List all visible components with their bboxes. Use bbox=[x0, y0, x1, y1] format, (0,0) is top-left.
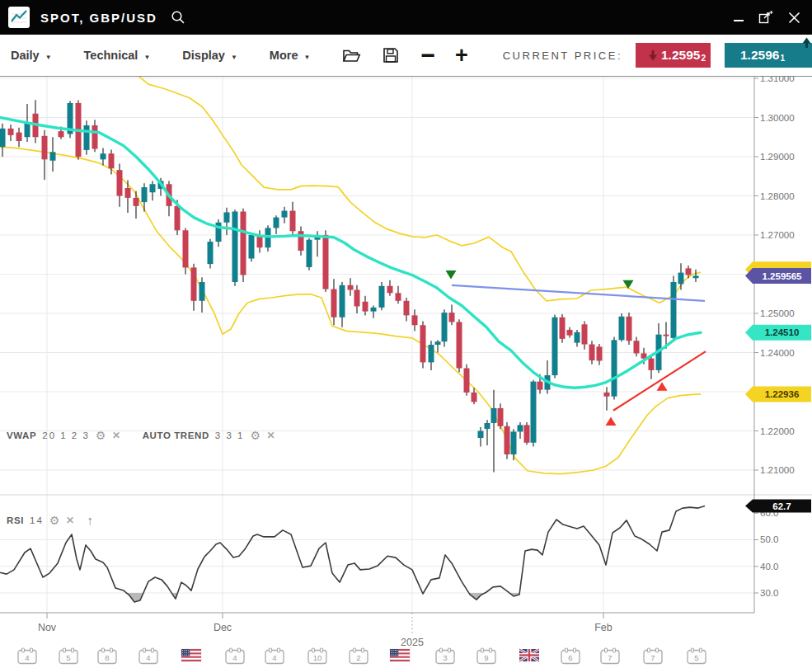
bid-pip-digit: 2 bbox=[701, 54, 706, 63]
svg-text:Dec: Dec bbox=[214, 622, 232, 633]
us-flag-icon[interactable] bbox=[181, 649, 201, 661]
calendar-event-icon[interactable]: 8 bbox=[98, 648, 116, 664]
svg-text:30.0: 30.0 bbox=[760, 588, 778, 598]
calendar-event-icon[interactable]: 10 bbox=[308, 648, 326, 664]
save-chart-icon[interactable] bbox=[383, 47, 399, 64]
close-icon[interactable] bbox=[788, 12, 800, 24]
svg-text:5: 5 bbox=[66, 653, 70, 662]
chart-canvas[interactable]: 1.310001.300001.290001.280001.270001.260… bbox=[0, 76, 812, 668]
toolbar: Daily ▼ Technical ▼ Display ▼ More ▼ − +… bbox=[0, 35, 812, 76]
arrow-down-icon bbox=[649, 50, 657, 61]
calendar-event-icon[interactable]: 5 bbox=[59, 648, 77, 664]
rsi-name: RSI bbox=[7, 515, 24, 525]
rsi-value-badge: 62.7 bbox=[745, 500, 811, 513]
menu-technical-label: Technical bbox=[84, 49, 138, 62]
rsi-oversold-fill bbox=[0, 506, 705, 603]
search-icon[interactable] bbox=[170, 9, 186, 26]
menu-technical[interactable]: Technical ▼ bbox=[84, 49, 151, 62]
vwap-indicator-label: VWAP 20 1 2 3 ⚙ ✕ AUTO TREND 3 3 1 ⚙ ✕ bbox=[7, 429, 275, 442]
svg-text:4: 4 bbox=[146, 653, 150, 662]
svg-text:1.21000: 1.21000 bbox=[760, 465, 795, 475]
popout-window-button[interactable] bbox=[758, 10, 774, 25]
svg-text:10: 10 bbox=[313, 653, 322, 662]
calendar-event-icon[interactable]: 4 bbox=[18, 648, 36, 664]
calendar-event-icon[interactable]: 3 bbox=[436, 648, 454, 664]
bid-price-badge: 1.25952 bbox=[636, 43, 711, 68]
time-axis: NovDecFeb2025 bbox=[38, 614, 613, 649]
svg-text:Feb: Feb bbox=[594, 622, 613, 633]
rsi-remove-icon[interactable]: ✕ bbox=[66, 515, 75, 526]
menu-display[interactable]: Display ▼ bbox=[182, 49, 237, 62]
auto-trend-settings-icon[interactable]: ⚙ bbox=[250, 429, 260, 442]
calendar-event-icon[interactable]: 4 bbox=[139, 648, 157, 664]
calendar-event-icon[interactable]: 6 bbox=[561, 648, 580, 664]
svg-text:2: 2 bbox=[356, 653, 360, 662]
auto-trend-params: 3 3 1 bbox=[215, 430, 245, 440]
svg-text:40.0: 40.0 bbox=[760, 562, 778, 572]
menu-daily[interactable]: Daily ▼ bbox=[11, 49, 52, 62]
open-chart-icon[interactable] bbox=[342, 48, 361, 64]
last-price-badge: 1.259565 bbox=[745, 268, 811, 284]
chevron-down-icon: ▼ bbox=[231, 54, 237, 61]
svg-text:1.29000: 1.29000 bbox=[760, 152, 795, 162]
vwap-params: 20 1 2 3 bbox=[42, 430, 90, 440]
rsi-settings-icon[interactable]: ⚙ bbox=[49, 514, 60, 527]
chevron-down-icon: ▼ bbox=[143, 54, 150, 61]
minimize-button[interactable] bbox=[734, 13, 744, 21]
menu-more[interactable]: More ▼ bbox=[270, 49, 311, 62]
rsi-indicator-label: RSI 14 ⚙ ✕ ↑ bbox=[7, 513, 94, 527]
vwap-remove-icon[interactable]: ✕ bbox=[112, 430, 121, 441]
svg-text:4: 4 bbox=[232, 653, 237, 662]
rsi-expand-icon[interactable]: ↑ bbox=[87, 513, 94, 527]
svg-text:1.25000: 1.25000 bbox=[760, 308, 795, 318]
sell-signal-icon bbox=[446, 270, 457, 280]
svg-text:62.7: 62.7 bbox=[772, 501, 791, 511]
svg-text:9: 9 bbox=[484, 653, 488, 662]
calendar-event-icon[interactable]: 4 bbox=[226, 648, 244, 664]
zoom-in-button[interactable]: + bbox=[455, 47, 468, 64]
bid-price-value: 1.2595 bbox=[661, 48, 700, 63]
auto-trend-remove-icon[interactable]: ✕ bbox=[267, 430, 276, 441]
svg-text:7: 7 bbox=[608, 653, 612, 662]
arrow-up-icon bbox=[802, 37, 811, 49]
svg-text:4: 4 bbox=[25, 653, 29, 662]
ask-pip-digit: 1 bbox=[780, 54, 785, 63]
auto-trend-name: AUTO TREND bbox=[143, 430, 209, 440]
menu-more-label: More bbox=[270, 49, 298, 62]
svg-text:1.22936: 1.22936 bbox=[765, 389, 800, 399]
svg-text:1.22000: 1.22000 bbox=[760, 426, 795, 436]
svg-text:1.24510: 1.24510 bbox=[765, 327, 800, 337]
zoom-out-button[interactable]: − bbox=[420, 47, 435, 64]
svg-text:1.30000: 1.30000 bbox=[760, 113, 795, 123]
main-price-pane bbox=[0, 76, 706, 474]
svg-text:5: 5 bbox=[694, 653, 698, 662]
chevron-down-icon: ▼ bbox=[304, 54, 311, 61]
uk-flag-icon[interactable] bbox=[519, 649, 539, 661]
calendar-event-icon[interactable]: 9 bbox=[477, 648, 495, 664]
svg-text:1.28000: 1.28000 bbox=[760, 191, 795, 201]
buy-signal-icon bbox=[657, 382, 668, 391]
app-logo-icon bbox=[8, 7, 30, 28]
vwap-settings-icon[interactable]: ⚙ bbox=[96, 429, 106, 442]
ask-price-badge: 1.25961 bbox=[725, 43, 812, 68]
menu-display-label: Display bbox=[182, 49, 225, 62]
svg-text:4: 4 bbox=[272, 653, 276, 662]
ask-price-value: 1.2596 bbox=[740, 48, 779, 63]
calendar-event-icon[interactable]: 7 bbox=[644, 648, 662, 664]
current-price-label: CURRENT PRICE: bbox=[503, 49, 622, 62]
us-flag-icon[interactable] bbox=[390, 649, 410, 661]
svg-text:Nov: Nov bbox=[38, 622, 57, 633]
svg-text:6: 6 bbox=[568, 653, 572, 662]
candlestick-series bbox=[0, 100, 699, 472]
calendar-event-icon[interactable]: 5 bbox=[688, 648, 706, 664]
svg-text:3: 3 bbox=[443, 653, 447, 662]
svg-text:1.27000: 1.27000 bbox=[760, 230, 795, 240]
title-bar: SPOT, GBP/USD bbox=[0, 0, 812, 35]
buy-signal-icon bbox=[606, 417, 617, 426]
rsi-pane bbox=[0, 506, 705, 603]
calendar-event-icon[interactable]: 7 bbox=[601, 648, 619, 664]
calendar-event-icon[interactable]: 2 bbox=[350, 648, 368, 664]
menu-daily-label: Daily bbox=[11, 49, 40, 62]
calendar-event-icon[interactable]: 4 bbox=[265, 648, 284, 664]
band-lower-badge: 1.22936 bbox=[745, 387, 811, 402]
